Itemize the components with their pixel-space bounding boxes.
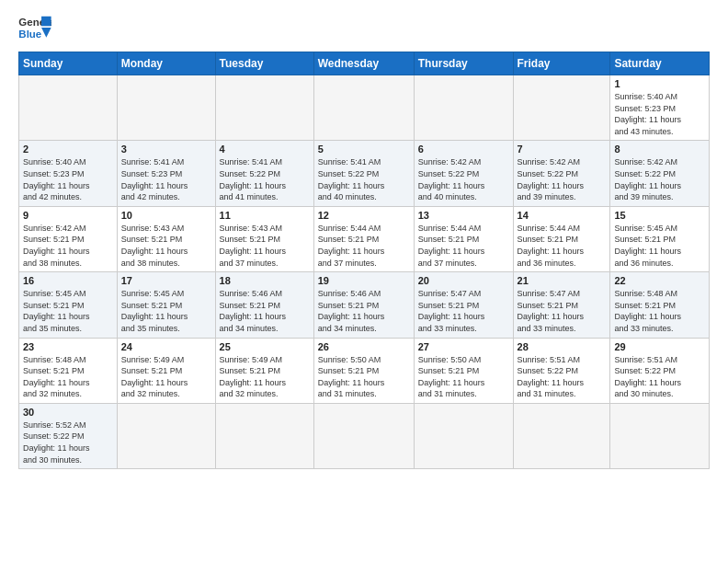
calendar-cell: 20Sunrise: 5:47 AM Sunset: 5:21 PM Dayli…: [414, 272, 513, 338]
calendar-cell: 18Sunrise: 5:46 AM Sunset: 5:21 PM Dayli…: [215, 272, 313, 338]
calendar-cell: 7Sunrise: 5:42 AM Sunset: 5:22 PM Daylig…: [513, 141, 610, 206]
day-info: Sunrise: 5:46 AM Sunset: 5:21 PM Dayligh…: [318, 288, 410, 334]
day-info: Sunrise: 5:48 AM Sunset: 5:21 PM Dayligh…: [614, 288, 705, 334]
calendar-cell: [117, 403, 215, 468]
calendar-cell: 23Sunrise: 5:48 AM Sunset: 5:21 PM Dayli…: [19, 338, 118, 403]
calendar-cell: 4Sunrise: 5:41 AM Sunset: 5:22 PM Daylig…: [215, 141, 313, 206]
calendar-week-row: 16Sunrise: 5:45 AM Sunset: 5:21 PM Dayli…: [19, 272, 710, 338]
day-info: Sunrise: 5:51 AM Sunset: 5:22 PM Dayligh…: [518, 354, 607, 400]
calendar-cell: [215, 403, 313, 468]
day-info: Sunrise: 5:45 AM Sunset: 5:21 PM Dayligh…: [614, 223, 705, 269]
calendar-cell: [414, 75, 513, 141]
calendar-cell: 19Sunrise: 5:46 AM Sunset: 5:21 PM Dayli…: [313, 272, 414, 338]
calendar-cell: 27Sunrise: 5:50 AM Sunset: 5:21 PM Dayli…: [414, 338, 513, 403]
day-info: Sunrise: 5:43 AM Sunset: 5:21 PM Dayligh…: [121, 223, 211, 269]
day-info: Sunrise: 5:43 AM Sunset: 5:21 PM Dayligh…: [220, 223, 310, 269]
col-header-thursday: Thursday: [414, 52, 513, 75]
day-info: Sunrise: 5:46 AM Sunset: 5:21 PM Dayligh…: [220, 288, 310, 334]
day-number: 8: [614, 144, 705, 155]
day-number: 2: [23, 144, 113, 155]
calendar-cell: [19, 75, 118, 141]
day-number: 24: [121, 341, 211, 352]
calendar-cell: 13Sunrise: 5:44 AM Sunset: 5:21 PM Dayli…: [414, 206, 513, 271]
day-number: 21: [518, 275, 607, 286]
logo-icon: General Blue: [18, 15, 51, 42]
day-info: Sunrise: 5:44 AM Sunset: 5:21 PM Dayligh…: [518, 223, 607, 269]
day-info: Sunrise: 5:50 AM Sunset: 5:21 PM Dayligh…: [418, 354, 509, 400]
day-info: Sunrise: 5:42 AM Sunset: 5:21 PM Dayligh…: [23, 223, 113, 269]
calendar-cell: 17Sunrise: 5:45 AM Sunset: 5:21 PM Dayli…: [117, 272, 215, 338]
col-header-tuesday: Tuesday: [215, 52, 313, 75]
logo: General Blue: [18, 15, 51, 42]
day-number: 27: [418, 341, 509, 352]
day-info: Sunrise: 5:40 AM Sunset: 5:23 PM Dayligh…: [614, 91, 705, 137]
day-number: 12: [318, 210, 410, 221]
day-number: 17: [121, 275, 211, 286]
calendar-table: SundayMondayTuesdayWednesdayThursdayFrid…: [18, 52, 710, 469]
calendar-cell: 8Sunrise: 5:42 AM Sunset: 5:22 PM Daylig…: [610, 141, 710, 206]
calendar-week-row: 9Sunrise: 5:42 AM Sunset: 5:21 PM Daylig…: [19, 206, 710, 271]
day-info: Sunrise: 5:44 AM Sunset: 5:21 PM Dayligh…: [318, 223, 410, 269]
calendar-cell: [117, 75, 215, 141]
svg-marker-3: [41, 28, 51, 38]
col-header-friday: Friday: [513, 52, 610, 75]
day-number: 11: [220, 210, 310, 221]
calendar-cell: 12Sunrise: 5:44 AM Sunset: 5:21 PM Dayli…: [313, 206, 414, 271]
day-number: 29: [614, 341, 705, 352]
day-info: Sunrise: 5:47 AM Sunset: 5:21 PM Dayligh…: [418, 288, 509, 334]
day-info: Sunrise: 5:41 AM Sunset: 5:22 PM Dayligh…: [220, 156, 310, 202]
header: General Blue: [18, 15, 710, 42]
day-number: 23: [23, 341, 113, 352]
calendar-cell: [215, 75, 313, 141]
calendar-cell: 6Sunrise: 5:42 AM Sunset: 5:22 PM Daylig…: [414, 141, 513, 206]
calendar-cell: 22Sunrise: 5:48 AM Sunset: 5:21 PM Dayli…: [610, 272, 710, 338]
day-info: Sunrise: 5:42 AM Sunset: 5:22 PM Dayligh…: [418, 156, 509, 202]
calendar-cell: 28Sunrise: 5:51 AM Sunset: 5:22 PM Dayli…: [513, 338, 610, 403]
day-number: 26: [318, 341, 410, 352]
calendar-cell: 9Sunrise: 5:42 AM Sunset: 5:21 PM Daylig…: [19, 206, 118, 271]
col-header-wednesday: Wednesday: [313, 52, 414, 75]
day-number: 19: [318, 275, 410, 286]
calendar-cell: 16Sunrise: 5:45 AM Sunset: 5:21 PM Dayli…: [19, 272, 118, 338]
day-number: 22: [614, 275, 705, 286]
day-number: 16: [23, 275, 113, 286]
day-info: Sunrise: 5:45 AM Sunset: 5:21 PM Dayligh…: [23, 288, 113, 334]
calendar-cell: [513, 403, 610, 468]
calendar-week-row: 23Sunrise: 5:48 AM Sunset: 5:21 PM Dayli…: [19, 338, 710, 403]
day-number: 3: [121, 144, 211, 155]
day-info: Sunrise: 5:49 AM Sunset: 5:21 PM Dayligh…: [220, 354, 310, 400]
calendar-cell: 15Sunrise: 5:45 AM Sunset: 5:21 PM Dayli…: [610, 206, 710, 271]
col-header-monday: Monday: [117, 52, 215, 75]
calendar-week-row: 30Sunrise: 5:52 AM Sunset: 5:22 PM Dayli…: [19, 403, 710, 468]
page: General Blue SundayMondayTuesdayWednesda…: [0, 0, 728, 563]
day-number: 14: [518, 210, 607, 221]
col-header-sunday: Sunday: [19, 52, 118, 75]
day-info: Sunrise: 5:50 AM Sunset: 5:21 PM Dayligh…: [318, 354, 410, 400]
day-number: 10: [121, 210, 211, 221]
day-number: 13: [418, 210, 509, 221]
calendar-cell: 26Sunrise: 5:50 AM Sunset: 5:21 PM Dayli…: [313, 338, 414, 403]
day-info: Sunrise: 5:42 AM Sunset: 5:22 PM Dayligh…: [518, 156, 607, 202]
day-number: 25: [220, 341, 310, 352]
calendar-cell: 29Sunrise: 5:51 AM Sunset: 5:22 PM Dayli…: [610, 338, 710, 403]
day-info: Sunrise: 5:42 AM Sunset: 5:22 PM Dayligh…: [614, 156, 705, 202]
calendar-cell: [414, 403, 513, 468]
calendar-cell: [313, 403, 414, 468]
day-number: 4: [220, 144, 310, 155]
calendar-cell: [513, 75, 610, 141]
day-number: 7: [518, 144, 607, 155]
calendar-week-row: 1Sunrise: 5:40 AM Sunset: 5:23 PM Daylig…: [19, 75, 710, 141]
day-info: Sunrise: 5:51 AM Sunset: 5:22 PM Dayligh…: [614, 354, 705, 400]
svg-text:Blue: Blue: [18, 29, 41, 40]
day-info: Sunrise: 5:44 AM Sunset: 5:21 PM Dayligh…: [418, 223, 509, 269]
day-info: Sunrise: 5:41 AM Sunset: 5:23 PM Dayligh…: [121, 156, 211, 202]
day-number: 20: [418, 275, 509, 286]
day-number: 15: [614, 210, 705, 221]
calendar-cell: [610, 403, 710, 468]
calendar-cell: 5Sunrise: 5:41 AM Sunset: 5:22 PM Daylig…: [313, 141, 414, 206]
calendar-header-row: SundayMondayTuesdayWednesdayThursdayFrid…: [19, 52, 710, 75]
day-info: Sunrise: 5:41 AM Sunset: 5:22 PM Dayligh…: [318, 156, 410, 202]
calendar-cell: 11Sunrise: 5:43 AM Sunset: 5:21 PM Dayli…: [215, 206, 313, 271]
calendar-cell: 2Sunrise: 5:40 AM Sunset: 5:23 PM Daylig…: [19, 141, 118, 206]
calendar-cell: 3Sunrise: 5:41 AM Sunset: 5:23 PM Daylig…: [117, 141, 215, 206]
